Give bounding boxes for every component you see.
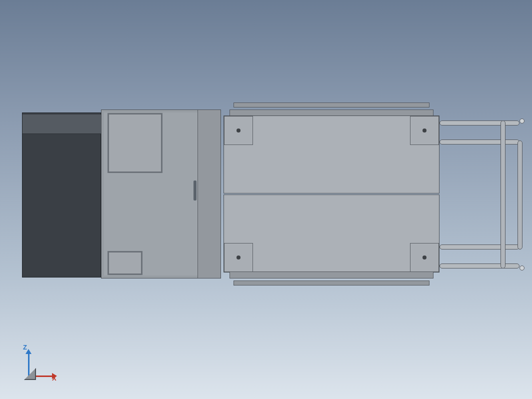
tube-vertical-outer — [518, 140, 522, 250]
chassis-mid-section — [101, 110, 221, 278]
tube-top-outer — [440, 120, 520, 126]
tube-cap-icon — [520, 266, 524, 270]
corner-lower-left — [224, 243, 253, 272]
rail-outer-top — [234, 102, 430, 108]
tube-bottom-outer — [440, 264, 520, 268]
tube-bottom-inner — [440, 244, 520, 250]
tube-vertical-inner — [500, 120, 506, 268]
bolt-hole-icon — [422, 256, 426, 260]
bed-panel-assembly — [224, 114, 440, 274]
handle-icon — [194, 180, 196, 200]
corner-upper-right — [410, 116, 439, 145]
opening-bottom — [108, 251, 142, 275]
bed-plate-lower — [224, 194, 440, 272]
corner-lower-right — [410, 243, 439, 272]
opening-top — [108, 113, 162, 173]
z-axis-label: Z — [23, 344, 27, 351]
origin-icon — [24, 368, 36, 380]
z-axis-icon — [28, 353, 30, 377]
model-top-view — [22, 110, 522, 280]
corner-upper-left — [224, 116, 253, 145]
bolt-hole-icon — [236, 128, 240, 132]
rail-outer-bottom — [234, 280, 430, 286]
cad-viewport[interactable]: X Z — [0, 0, 532, 399]
cab-block — [22, 112, 101, 278]
bolt-hole-icon — [236, 256, 240, 260]
x-axis-label: X — [52, 374, 56, 382]
tube-top-inner — [440, 140, 520, 144]
tube-cap-icon — [520, 118, 524, 124]
mid-column — [198, 110, 220, 278]
rear-tube-frame — [440, 118, 524, 270]
bolt-hole-icon — [422, 128, 426, 132]
bed-plate-upper — [224, 116, 440, 194]
axis-triad[interactable]: X Z — [19, 344, 59, 384]
rail-inner-bottom — [230, 272, 434, 278]
